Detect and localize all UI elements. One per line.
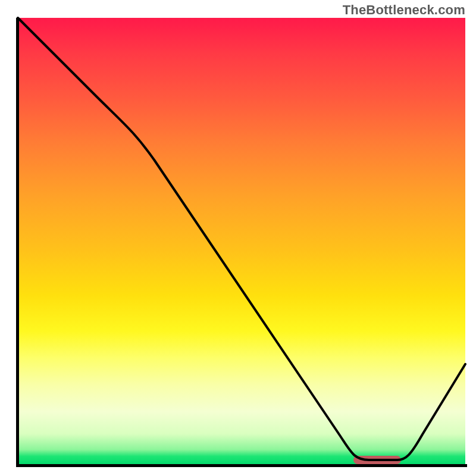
bottleneck-chart: [18, 18, 465, 465]
y-axis: [16, 18, 19, 467]
watermark-text: TheBottleneck.com: [343, 2, 465, 18]
bottleneck-curve: [18, 18, 465, 465]
x-axis: [16, 464, 467, 467]
